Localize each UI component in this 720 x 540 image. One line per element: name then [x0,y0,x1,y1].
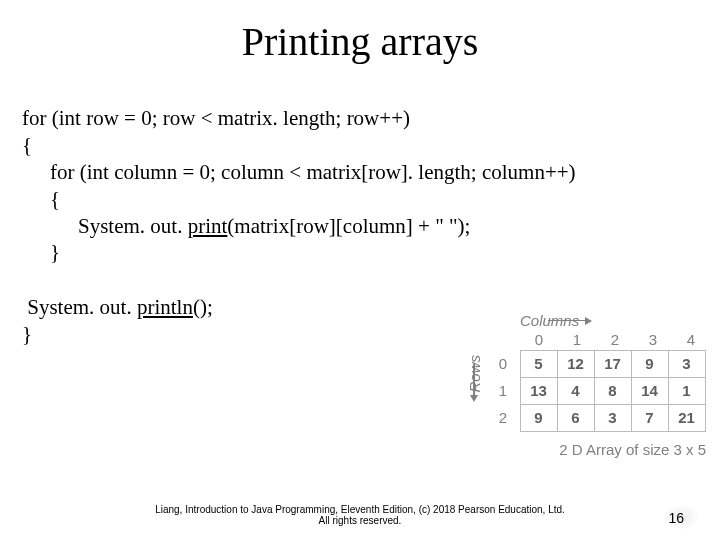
cell: 9 [631,350,669,378]
code-line: { [22,132,720,159]
cell: 3 [668,350,706,378]
arrow-down-icon [470,395,478,402]
col-index: 1 [558,329,596,350]
col-index: 0 [520,329,558,350]
col-index: 4 [672,329,710,350]
cell: 1 [668,377,706,405]
arrow-right-icon [585,317,592,325]
code-line: for (int column = 0; column < matrix[row… [22,159,720,186]
page-title: Printing arrays [0,18,720,65]
row-index: 2 [486,404,520,431]
cell: 17 [594,350,632,378]
cell: 9 [520,404,558,432]
cell: 14 [631,377,669,405]
code-text: (); [193,295,213,319]
col-index: 3 [634,329,672,350]
cell: 3 [594,404,632,432]
footer: Liang, Introduction to Java Programming,… [0,504,720,526]
cell: 7 [631,404,669,432]
code-line: { [22,186,720,213]
code-text: println [137,295,193,319]
code-text: (matrix[row][column] + " "); [227,214,470,238]
row-index: 1 [486,377,520,404]
page-number: 16 [668,510,684,526]
footer-line: Liang, Introduction to Java Programming,… [0,504,720,515]
row-index: 0 [486,350,520,377]
array-diagram: Columns Rows 0 1 2 3 4 0 5 12 17 9 3 [462,312,712,458]
col-index: 2 [596,329,634,350]
cell: 8 [594,377,632,405]
cell: 13 [520,377,558,405]
code-line: for (int row = 0; row < matrix. length; … [22,105,720,132]
code-line: System. out. print(matrix[row][column] +… [22,213,720,240]
cell: 5 [520,350,558,378]
code-text: System. out. [78,214,188,238]
table-row: 0 5 12 17 9 3 [486,350,710,377]
footer-line: All rights reserved. [0,515,720,526]
code-text: System. out. [22,295,137,319]
cell: 12 [557,350,595,378]
code-text: print [188,214,228,238]
table-row: 1 13 4 8 14 1 [486,377,710,404]
diagram-caption: 2 D Array of size 3 x 5 [462,441,706,458]
cell: 21 [668,404,706,432]
code-line: } [22,239,720,266]
cell: 6 [557,404,595,432]
table-row: 2 9 6 3 7 21 [486,404,710,431]
cell: 4 [557,377,595,405]
